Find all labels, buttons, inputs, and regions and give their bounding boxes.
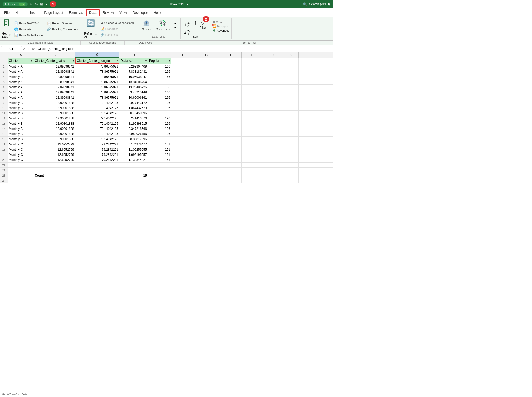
refresh-all-btn[interactable]: 🔄 RefreshAll ▼ (84, 19, 97, 38)
get-data-btn[interactable]: 🗄 GetData ▼ (2, 19, 11, 38)
cell-f3[interactable] (171, 69, 195, 74)
reapply-btn[interactable]: 🔁 Reapply (213, 24, 229, 28)
cell-i8[interactable] (242, 95, 262, 100)
formula-input[interactable] (37, 46, 331, 51)
cell-a2[interactable]: Monthly A (8, 64, 34, 69)
cell-g3[interactable] (195, 69, 218, 74)
cell-e16[interactable]: 196 (148, 137, 171, 142)
cell-f15[interactable] (171, 131, 195, 136)
cell-b1[interactable]: Cluster_Center_Latitu ▼ (34, 58, 75, 64)
cell-f23[interactable] (171, 173, 195, 178)
cell-i22[interactable] (242, 168, 262, 173)
data-types-down[interactable]: ▼ (174, 26, 177, 29)
cell-g1[interactable] (195, 58, 218, 64)
cell-d11[interactable]: 0.79450096 (119, 111, 148, 116)
grid-icon[interactable]: ⊞ (40, 2, 43, 6)
queries-connections-btn[interactable]: ⚙ Queries & Connections (99, 20, 135, 25)
cell-j17[interactable] (262, 142, 283, 147)
menu-data[interactable]: Data (86, 9, 99, 16)
cell-h9[interactable] (218, 100, 242, 105)
menu-help[interactable]: Help (151, 10, 163, 16)
currencies-btn[interactable]: 💱 Currencies (155, 19, 171, 31)
cell-a8[interactable]: Monthly A (8, 95, 34, 100)
cell-b11[interactable]: 12.90801888 (34, 111, 75, 116)
col-header-e[interactable]: E (148, 52, 171, 58)
cell-b8[interactable]: 12.89098841 (34, 95, 75, 100)
cell-a24[interactable] (8, 178, 34, 183)
cell-e8[interactable]: 166 (148, 95, 171, 100)
search-label[interactable]: Search (Alt+Q) (309, 2, 330, 6)
cell-j21[interactable] (262, 163, 283, 167)
cell-c14[interactable]: 79.14042125 (75, 126, 119, 131)
cell-k6[interactable] (283, 85, 299, 90)
recent-sources-btn[interactable]: 📋 Recent Sources (46, 21, 80, 26)
cell-e3[interactable]: 166 (148, 69, 171, 74)
cell-h19[interactable] (218, 152, 242, 157)
cell-i4[interactable] (242, 74, 262, 79)
filter-arrow-d[interactable]: ▼ (145, 60, 147, 62)
cell-f5[interactable] (171, 79, 195, 84)
cell-e1[interactable]: Populati ▼ (148, 58, 171, 64)
cell-g4[interactable] (195, 74, 218, 79)
cell-e11[interactable]: 196 (148, 111, 171, 116)
cell-c9[interactable]: 79.14042125 (75, 100, 119, 105)
cell-k5[interactable] (283, 79, 299, 84)
cell-d15[interactable]: 3.950026756 (119, 131, 148, 136)
cell-j9[interactable] (262, 100, 283, 105)
data-types-up[interactable]: ▲ (174, 21, 177, 25)
cell-b14[interactable]: 12.90801888 (34, 126, 75, 131)
col-header-j[interactable]: J (262, 52, 283, 58)
cell-k7[interactable] (283, 90, 299, 95)
title-dropdown[interactable]: ▼ (186, 3, 189, 6)
cell-e2[interactable]: 166 (148, 64, 171, 69)
cell-b2[interactable]: 12.89098841 (34, 64, 75, 69)
cell-e18[interactable]: 151 (148, 147, 171, 152)
cell-e6[interactable]: 166 (148, 85, 171, 90)
cell-g14[interactable] (195, 126, 218, 131)
cell-h1[interactable] (218, 58, 242, 64)
col-header-i[interactable]: I (242, 52, 262, 58)
cell-f11[interactable] (171, 111, 195, 116)
cell-f1[interactable] (171, 58, 195, 64)
cell-d3[interactable]: 7.833182431 (119, 69, 148, 74)
cell-d17[interactable]: 6.174978477 (119, 142, 148, 147)
cell-b9[interactable]: 12.90801888 (34, 100, 75, 105)
cell-a12[interactable]: Monthly B (8, 116, 34, 121)
cell-i20[interactable] (242, 157, 262, 162)
cell-g11[interactable] (195, 111, 218, 116)
cell-a3[interactable]: Monthly A (8, 69, 34, 74)
cell-c15[interactable]: 79.14042125 (75, 131, 119, 136)
cell-g6[interactable] (195, 85, 218, 90)
cell-d22[interactable] (119, 168, 148, 173)
redo-icon[interactable]: ↪ (35, 2, 38, 6)
cell-f14[interactable] (171, 126, 195, 131)
cell-b15[interactable]: 12.90801888 (34, 131, 75, 136)
cell-b20[interactable]: 12.6952799 (34, 157, 75, 162)
cell-c7[interactable]: 78.86575971 (75, 90, 119, 95)
from-text-csv-btn[interactable]: 📄 From Text/CSV (13, 21, 44, 26)
cell-e24[interactable] (148, 178, 171, 183)
cell-i23[interactable] (242, 173, 262, 178)
cell-c10[interactable]: 79.14042125 (75, 105, 119, 110)
cell-j13[interactable] (262, 121, 283, 126)
cell-k21[interactable] (283, 163, 299, 167)
sort-za-btn[interactable]: ⬇ Z↑A (183, 30, 191, 36)
cell-g7[interactable] (195, 90, 218, 95)
cell-i14[interactable] (242, 126, 262, 131)
cell-j1[interactable] (262, 58, 283, 64)
cell-f7[interactable] (171, 90, 195, 95)
cell-c11[interactable]: 79.14042125 (75, 111, 119, 116)
cell-e15[interactable]: 196 (148, 131, 171, 136)
cell-k12[interactable] (283, 116, 299, 121)
cell-c16[interactable]: 79.14042125 (75, 137, 119, 142)
cell-h24[interactable] (218, 178, 242, 183)
menu-developer[interactable]: Developer (130, 10, 150, 16)
cell-f21[interactable] (171, 163, 195, 167)
cell-a21[interactable] (8, 163, 34, 167)
cell-reference[interactable]: C1 (1, 46, 22, 51)
cell-k10[interactable] (283, 105, 299, 110)
cell-d14[interactable]: 2.347218566 (119, 126, 148, 131)
cell-d20[interactable]: 1.138344821 (119, 157, 148, 162)
cell-g15[interactable] (195, 131, 218, 136)
menu-page-layout[interactable]: Page Layout (42, 10, 66, 16)
